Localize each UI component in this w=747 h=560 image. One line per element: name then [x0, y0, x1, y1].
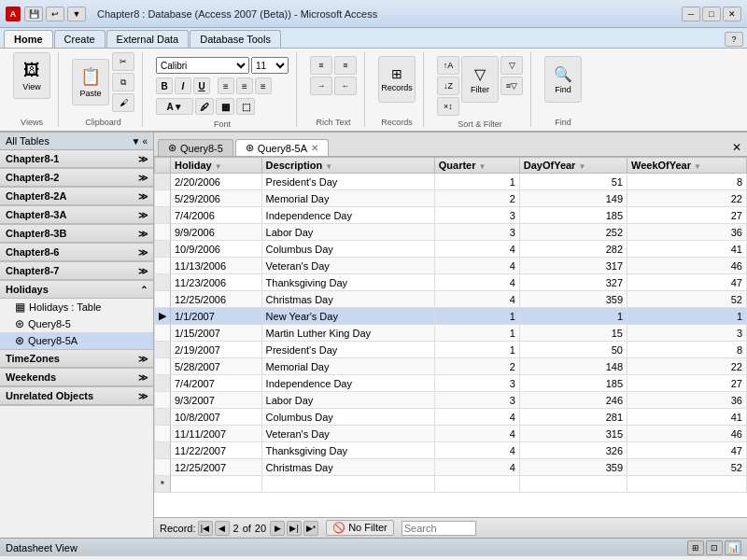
highlight-button[interactable]: 🖊: [195, 98, 214, 115]
datasheet-view-icon[interactable]: ⊞: [687, 540, 704, 555]
doc-tab-query8-5a[interactable]: ⊛ Query8-5A ✕: [235, 139, 329, 156]
table-row[interactable]: 11/23/2006Thanksgiving Day432747: [155, 274, 747, 291]
no-filter-button[interactable]: 🚫 No Filter: [326, 520, 394, 536]
indent-increase-button[interactable]: →: [310, 77, 332, 95]
quick-access-save[interactable]: 💾: [24, 7, 43, 21]
table-row[interactable]: 1/15/2007Martin Luther King Day1153: [155, 325, 747, 342]
table-row[interactable]: 10/9/2006Columbus Day428241: [155, 241, 747, 258]
quick-access-dropdown[interactable]: ▼: [67, 7, 86, 21]
table-row[interactable]: 5/28/2007Memorial Day214822: [155, 358, 747, 375]
font-color-button[interactable]: A▼: [156, 98, 193, 115]
sidebar-filter-icon[interactable]: ▼: [132, 136, 141, 147]
table-row[interactable]: 5/29/2006Memorial Day214922: [155, 190, 747, 207]
tab-create[interactable]: Create: [54, 30, 106, 48]
font-size-select[interactable]: 11: [251, 57, 289, 74]
font-family-select[interactable]: Calibri: [156, 57, 249, 74]
italic-button[interactable]: I: [175, 77, 191, 94]
copy-button[interactable]: ⧉: [112, 73, 134, 91]
ribbon-help[interactable]: ?: [725, 32, 743, 47]
sidebar-group-header-chapter8-3a[interactable]: Chapter8-3A ≫: [0, 206, 153, 224]
sidebar-group-header-chapter8-3b[interactable]: Chapter8-3B ≫: [0, 225, 153, 243]
sidebar-group-header-weekends[interactable]: Weekends ≫: [0, 369, 153, 386]
quick-access-undo[interactable]: ↩: [46, 7, 64, 21]
tab-external-data[interactable]: External Data: [106, 30, 190, 48]
table-row[interactable]: 10/8/2007Columbus Day428141: [155, 409, 747, 426]
indent-decrease-button[interactable]: ←: [334, 77, 357, 95]
table-row[interactable]: 9/3/2007Labor Day324636: [155, 392, 747, 409]
col-header-description[interactable]: Description ▼: [261, 158, 434, 174]
table-row[interactable]: 11/13/2006Veteran's Day431746: [155, 258, 747, 274]
sidebar-group-header-chapter8-1[interactable]: Chapter8-1 ≫: [0, 150, 153, 168]
table-row[interactable]: 7/4/2006Independence Day318527: [155, 207, 747, 224]
table-row[interactable]: 12/25/2006Christmas Day435952: [155, 291, 747, 308]
view-button[interactable]: 🖼 View: [13, 52, 50, 99]
col-header-quarter[interactable]: Quarter ▼: [434, 158, 519, 174]
close-all-button[interactable]: ✕: [730, 139, 743, 156]
align-right-button[interactable]: ≡: [255, 77, 272, 94]
sidebar-item-query8-5a[interactable]: ⊛ Query8-5A: [0, 332, 153, 349]
table-row[interactable]: 2/20/2006President's Day1518: [155, 174, 747, 190]
sidebar: All Tables ▼ « Chapter8-1 ≫ Chapter8-2 ≫: [0, 133, 154, 538]
sort-desc-button[interactable]: ↓Z: [437, 77, 459, 95]
sidebar-collapse-icon[interactable]: «: [142, 136, 148, 147]
paste-button[interactable]: 📋 Paste: [72, 59, 109, 105]
first-record-button[interactable]: |◀: [198, 521, 213, 536]
numberedlist-button[interactable]: ≡: [334, 56, 357, 75]
close-tab-icon[interactable]: ✕: [311, 143, 318, 153]
maximize-button[interactable]: □: [702, 7, 721, 21]
close-button[interactable]: ✕: [723, 7, 741, 21]
last-record-button[interactable]: ▶|: [287, 521, 302, 536]
find-button[interactable]: 🔍 Find: [544, 56, 582, 103]
cut-button[interactable]: ✂: [112, 52, 134, 71]
table-row[interactable]: 7/4/2007Independence Day318527: [155, 375, 747, 392]
sidebar-item-holidays-table[interactable]: ▦ Holidays : Table: [0, 299, 153, 315]
table-row[interactable]: 11/11/2007Veteran's Day431546: [155, 426, 747, 442]
prev-record-button[interactable]: ◀: [215, 521, 230, 536]
sort-asc-button[interactable]: ↑A: [437, 56, 459, 75]
row-selector: [155, 409, 171, 426]
col-header-holiday[interactable]: Holiday ▼: [171, 158, 262, 174]
title-bar-left: A 💾 ↩ ▼ Chapter8 : Database (Access 2007…: [6, 7, 377, 21]
advanced-filter-button[interactable]: ≡▽: [500, 77, 523, 95]
tab-database-tools[interactable]: Database Tools: [190, 30, 281, 48]
sidebar-group-header-chapter8-2[interactable]: Chapter8-2 ≫: [0, 169, 153, 187]
sidebar-group-header-chapter8-2a[interactable]: Chapter8-2A ≫: [0, 188, 153, 205]
sidebar-group-header-holidays[interactable]: Holidays ⌃: [0, 281, 153, 299]
sidebar-group-header-chapter8-6[interactable]: Chapter8-6 ≫: [0, 244, 153, 261]
indent-button[interactable]: ⬚: [236, 98, 255, 115]
pivottable-view-icon[interactable]: ⊡: [706, 540, 723, 555]
tab-home[interactable]: Home: [4, 30, 53, 48]
doc-tab-query8-5[interactable]: ⊛ Query8-5: [158, 139, 233, 156]
list-button[interactable]: ≡: [310, 56, 332, 75]
sidebar-group-header-unrelated[interactable]: Unrelated Objects ≫: [0, 387, 153, 405]
align-left-button[interactable]: ≡: [218, 77, 234, 94]
table-row[interactable]: ▶1/1/2007New Year's Day111: [155, 308, 747, 325]
new-record-button[interactable]: ▶*: [303, 521, 318, 536]
toggle-filter-button[interactable]: ▽: [500, 56, 523, 75]
underline-button[interactable]: U: [193, 77, 210, 94]
table-row[interactable]: 9/9/2006Labor Day325236: [155, 224, 747, 241]
pivotchart-view-icon[interactable]: 📊: [725, 540, 741, 555]
col-header-dayofyear[interactable]: DayOfYear ▼: [519, 158, 627, 174]
grid-button[interactable]: ▦: [216, 98, 234, 115]
sidebar-group-header-chapter8-7[interactable]: Chapter8-7 ≫: [0, 262, 153, 280]
sidebar-item-query8-5[interactable]: ⊛ Query8-5: [0, 315, 153, 332]
new-row-cell: [434, 476, 519, 493]
minimize-button[interactable]: ─: [682, 7, 700, 21]
sidebar-group-header-timezones[interactable]: TimeZones ≫: [0, 350, 153, 368]
table-row[interactable]: 2/19/2007President's Day1508: [155, 342, 747, 358]
col-header-weekofyear[interactable]: WeekOfYear ▼: [627, 158, 747, 174]
search-input[interactable]: [402, 521, 476, 536]
table-row[interactable]: 12/25/2007Christmas Day435952: [155, 459, 747, 476]
new-row[interactable]: *: [155, 476, 747, 493]
table-row[interactable]: 11/22/2007Thanksgiving Day432647: [155, 442, 747, 459]
next-record-button[interactable]: ▶: [270, 521, 285, 536]
chevron-down-icon: ≫: [138, 154, 148, 164]
align-center-button[interactable]: ≡: [236, 77, 253, 94]
format-painter-button[interactable]: 🖌: [112, 93, 134, 112]
bold-button[interactable]: B: [156, 77, 173, 94]
cell-holiday: 11/23/2006: [171, 274, 262, 291]
remove-sort-button[interactable]: ×↕: [437, 97, 459, 116]
records-button[interactable]: ⊞ Records: [378, 56, 416, 103]
filter-button[interactable]: ▽ Filter: [461, 56, 499, 103]
